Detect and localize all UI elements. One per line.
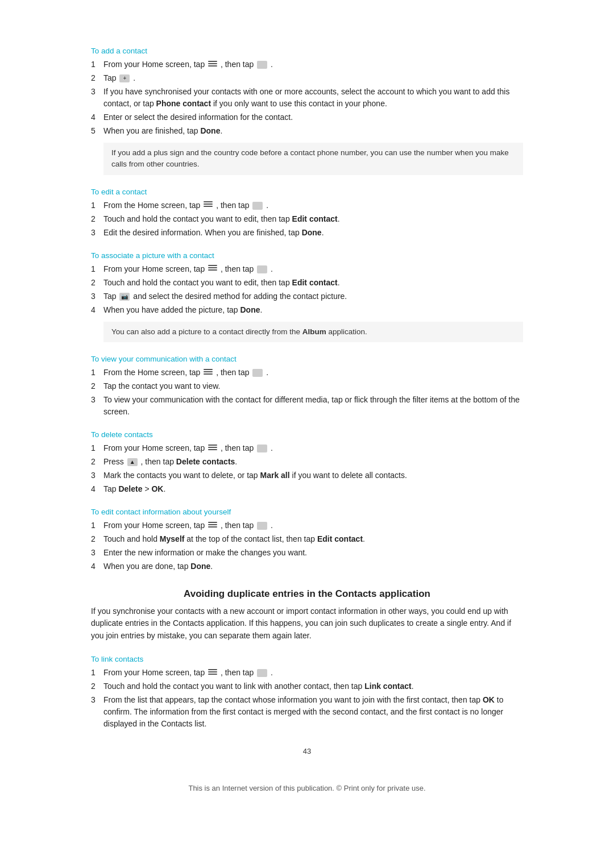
section-associate-picture: To associate a picture with a contact 1 …: [91, 251, 523, 342]
step-item: 1 From your Home screen, tap , then tap …: [91, 667, 523, 679]
step-item: 3 Mark the contacts you want to delete, …: [91, 470, 523, 481]
home-menu-icon: [208, 61, 217, 68]
add-icon: +: [119, 74, 130, 82]
steps-list-yourself: 1 From your Home screen, tap , then tap …: [91, 520, 523, 572]
section-title-edit: To edit a contact: [91, 188, 523, 196]
steps-list-link: 1 From your Home screen, tap , then tap …: [91, 667, 523, 730]
contacts-icon-2: [252, 202, 263, 210]
section-title-communication: To view your communication with a contac…: [91, 355, 523, 363]
contacts-icon-7: [257, 669, 267, 677]
step-item: 3 Tap 📷 and select the desired method fo…: [91, 290, 523, 302]
step-item: 4 Tap Delete > OK.: [91, 483, 523, 495]
step-item: 1 From your Home screen, tap , then tap …: [91, 59, 523, 70]
step-item: 1 From the Home screen, tap , then tap .: [91, 367, 523, 379]
step-item: 2 Touch and hold the contact you want to…: [91, 680, 523, 692]
home-menu-icon-4: [204, 369, 213, 376]
contacts-icon-6: [257, 522, 267, 530]
step-item: 3 If you have synchronised your contacts…: [91, 86, 523, 110]
step-item: 1 From your Home screen, tap , then tap …: [91, 520, 523, 531]
section-view-communication: To view your communication with a contac…: [91, 355, 523, 418]
step-item: 2 Tap the contact you want to view.: [91, 380, 523, 392]
step-item: 4 When you are done, tap Done.: [91, 560, 523, 572]
home-menu-icon-5: [208, 445, 217, 452]
steps-list-communication: 1 From the Home screen, tap , then tap .…: [91, 367, 523, 418]
step-item: 2 Tap + .: [91, 72, 523, 84]
step-item: 4 When you have added the picture, tap D…: [91, 304, 523, 316]
home-menu-icon-2: [204, 201, 213, 209]
step-item: 4 Enter or select the desired informatio…: [91, 111, 523, 123]
step-item: 5 When you are finished, tap Done.: [91, 125, 523, 137]
contacts-icon-3: [257, 265, 267, 273]
steps-list-add: 1 From your Home screen, tap , then tap …: [91, 59, 523, 137]
menu-press-icon: ▲: [127, 458, 138, 466]
contacts-icon-5: [257, 445, 267, 452]
step-item: 3 From the list that appears, tap the co…: [91, 694, 523, 730]
section-title-delete: To delete contacts: [91, 430, 523, 439]
section-title-link: To link contacts: [91, 655, 523, 663]
page-number: 43: [91, 747, 523, 755]
note-add-contact: If you add a plus sign and the country c…: [103, 143, 523, 175]
step-item: 1 From the Home screen, tap , then tap .: [91, 200, 523, 211]
note-picture: You can also add a picture to a contact …: [103, 322, 523, 342]
step-item: 3 Enter the new information or make the …: [91, 547, 523, 559]
section-add-contact: To add a contact 1 From your Home screen…: [91, 47, 523, 175]
section-title-add: To add a contact: [91, 47, 523, 55]
avoiding-duplicates-paragraph: If you synchronise your contacts with a …: [91, 605, 523, 642]
page-footer: This is an Internet version of this publ…: [91, 784, 523, 792]
step-item: 2 Touch and hold the contact you want to…: [91, 213, 523, 225]
section-avoiding-duplicates: Avoiding duplicate entries in the Contac…: [91, 588, 523, 642]
step-item: 1 From your Home screen, tap , then tap …: [91, 263, 523, 275]
steps-list-delete: 1 From your Home screen, tap , then tap …: [91, 442, 523, 495]
page-content: To add a contact 1 From your Home screen…: [91, 47, 523, 792]
step-item: 1 From your Home screen, tap , then tap …: [91, 442, 523, 454]
section-link-contacts: To link contacts 1 From your Home screen…: [91, 655, 523, 730]
section-title-yourself: To edit contact information about yourse…: [91, 508, 523, 516]
home-menu-icon-3: [208, 265, 217, 272]
section-title-picture: To associate a picture with a contact: [91, 251, 523, 260]
step-item: 3 To view your communication with the co…: [91, 394, 523, 418]
contacts-icon-4: [252, 369, 263, 377]
step-item: 2 Press ▲ , then tap Delete contacts.: [91, 456, 523, 468]
picture-icon: 📷: [119, 293, 130, 301]
section-delete-contacts: To delete contacts 1 From your Home scre…: [91, 430, 523, 495]
steps-list-picture: 1 From your Home screen, tap , then tap …: [91, 263, 523, 316]
step-item: 2 Touch and hold Myself at the top of th…: [91, 533, 523, 545]
step-item: 2 Touch and hold the contact you want to…: [91, 277, 523, 289]
section-edit-yourself: To edit contact information about yourse…: [91, 508, 523, 572]
contacts-icon: [257, 61, 267, 69]
avoiding-duplicates-heading: Avoiding duplicate entries in the Contac…: [91, 588, 523, 600]
steps-list-edit: 1 From the Home screen, tap , then tap .…: [91, 200, 523, 239]
step-item: 3 Edit the desired information. When you…: [91, 227, 523, 239]
home-menu-icon-6: [208, 522, 217, 529]
section-edit-contact: To edit a contact 1 From the Home screen…: [91, 188, 523, 239]
home-menu-icon-7: [208, 669, 217, 676]
